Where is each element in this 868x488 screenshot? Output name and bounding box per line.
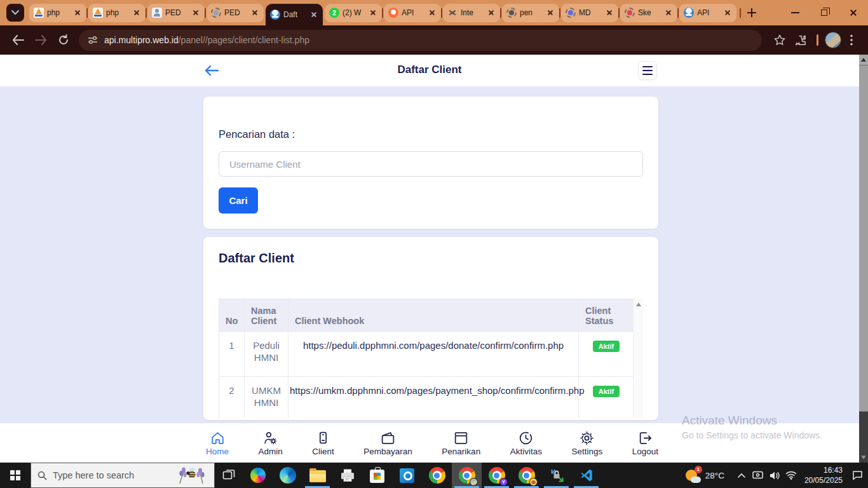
tab-search-button[interactable]	[6, 4, 24, 22]
taskbar-file-explorer-button[interactable]	[302, 463, 332, 488]
browser-tab-peduli-loading[interactable]: PED	[207, 4, 264, 22]
tab-close-icon[interactable]	[191, 8, 200, 17]
multipro-favicon	[684, 8, 694, 18]
profile-avatar[interactable]	[825, 32, 841, 48]
restore-icon	[821, 10, 827, 16]
scrollbar-thumb[interactable]	[859, 65, 868, 412]
browser-tab-phpmyadmin[interactable]: php	[29, 4, 86, 22]
tray-display-button[interactable]	[750, 463, 766, 488]
taskbar-chrome-active-button[interactable]	[452, 463, 482, 488]
taskbar-copilot-button[interactable]	[243, 463, 273, 488]
pinned-extension-icon[interactable]	[817, 34, 818, 46]
loading-spinner-icon	[211, 8, 221, 18]
browser-tab-md-loading[interactable]: MD	[561, 4, 618, 22]
tab-close-icon[interactable]	[546, 8, 555, 17]
logout-icon	[637, 430, 653, 446]
bookmark-star-button[interactable]	[770, 30, 790, 50]
taskbar-chrome-button[interactable]	[422, 463, 452, 488]
taskbar-search-box[interactable]: Type here to search	[31, 463, 215, 488]
browser-tab-phpmyadmin-2[interactable]: php	[88, 4, 146, 22]
taskbar-secure-transfer-button[interactable]	[541, 463, 571, 488]
taskbar-chrome-profile3-button[interactable]	[512, 463, 541, 488]
browser-tab-ske-loading[interactable]: Ske	[620, 4, 677, 22]
browser-tab-peduli[interactable]: PED	[147, 4, 205, 22]
taskbar-vscode-button[interactable]	[571, 463, 601, 488]
tab-close-icon[interactable]	[309, 10, 318, 19]
scroll-up-arrow[interactable]	[859, 55, 868, 65]
browser-menu-button[interactable]	[841, 30, 862, 50]
browser-forward-button[interactable]	[29, 29, 52, 51]
tab-close-icon[interactable]	[487, 8, 496, 17]
address-bar[interactable]: api.multipro.web.id/panel//pages/client/…	[79, 30, 762, 51]
gear-icon	[579, 430, 595, 446]
browser-tab-chatgpt[interactable]: Inte	[443, 4, 500, 22]
close-window-button[interactable]	[839, 0, 868, 25]
browser-tab-daftar-client-active[interactable]: Daft	[266, 4, 323, 25]
taskbar-printer-button[interactable]	[332, 463, 362, 488]
taskbar-chrome-profile2-button[interactable]: Y	[482, 463, 512, 488]
task-view-button[interactable]	[215, 463, 243, 488]
browser-tab-whatsapp[interactable]: 2 (2) W	[325, 4, 382, 22]
cari-button[interactable]: Cari	[219, 187, 258, 214]
username-client-input[interactable]	[219, 151, 643, 177]
tray-overflow-button[interactable]	[733, 463, 750, 488]
star-icon	[774, 34, 785, 46]
start-button[interactable]	[0, 463, 31, 488]
whatsapp-favicon: 2	[329, 8, 339, 18]
card-title: Daftar Client	[219, 251, 643, 266]
tab-close-icon[interactable]	[428, 8, 437, 17]
tab-list: php php PED PED Daft	[29, 0, 738, 25]
tray-wifi-button[interactable]	[783, 463, 799, 488]
browser-scrollbar[interactable]	[859, 55, 868, 463]
nav-item-pembayaran[interactable]: Pembayaran	[363, 430, 412, 456]
peduli-favicon	[152, 8, 162, 18]
nav-item-home[interactable]: Home	[206, 430, 229, 456]
browser-back-button[interactable]	[6, 29, 29, 51]
scroll-down-arrow[interactable]	[859, 452, 868, 463]
action-center-button[interactable]	[849, 463, 865, 488]
taskbar-tray: 1 28°C 16:43 20/05/2025	[685, 463, 868, 488]
browser-reload-button[interactable]	[52, 29, 75, 51]
col-no: No	[219, 299, 245, 332]
status-badge: Aktif	[593, 341, 620, 352]
browser-tab-api-multipro[interactable]: API	[679, 4, 736, 22]
loading-spinner-icon	[625, 8, 635, 18]
taskbar-clock[interactable]: 16:43 20/05/2025	[804, 465, 843, 485]
browser-tab-pen-loading[interactable]: pen	[502, 4, 559, 22]
page-menu-button[interactable]	[638, 61, 657, 80]
taskbar-outlook-button[interactable]	[392, 463, 422, 488]
tab-close-icon[interactable]	[132, 8, 141, 17]
weather-alert-badge: 1	[695, 466, 702, 473]
weather-widget[interactable]: 1 28°C	[685, 468, 724, 484]
nav-item-aktivitas[interactable]: Aktivitas	[510, 430, 542, 456]
loading-spinner-icon	[566, 8, 576, 18]
tray-volume-button[interactable]	[766, 463, 783, 488]
tab-close-icon[interactable]	[605, 8, 614, 17]
tab-close-icon[interactable]	[250, 8, 259, 17]
wifi-icon	[785, 471, 797, 480]
taskbar-edge-button[interactable]	[273, 463, 302, 488]
tab-close-icon[interactable]	[369, 8, 377, 17]
nav-item-admin[interactable]: Admin	[259, 430, 283, 456]
nav-item-logout[interactable]: Logout	[632, 430, 658, 456]
screen: php php PED PED Daft	[0, 0, 868, 488]
tab-close-icon[interactable]	[723, 8, 732, 17]
edge-icon	[280, 467, 296, 484]
table-scrollbar[interactable]	[633, 299, 643, 418]
extensions-button[interactable]	[790, 30, 810, 50]
nav-item-penarikan[interactable]: Penarikan	[442, 430, 480, 456]
restore-button[interactable]	[810, 0, 839, 25]
reload-icon	[58, 34, 69, 46]
nav-item-settings[interactable]: Settings	[571, 430, 602, 456]
new-tab-button[interactable]	[742, 3, 761, 22]
tab-close-icon[interactable]	[664, 8, 673, 17]
nav-item-client[interactable]: Client	[312, 430, 334, 456]
web-page: Daftar Client Pencarian data : Cari Daft…	[0, 55, 859, 463]
client-table-container: No Nama Client Client Webhook Client Sta…	[219, 299, 643, 418]
minimize-button[interactable]	[780, 0, 810, 25]
tab-close-icon[interactable]	[73, 8, 82, 17]
taskbar-store-button[interactable]	[362, 463, 392, 488]
browser-tab-api-postman[interactable]: API	[384, 4, 441, 22]
clock-time: 16:43	[804, 465, 843, 475]
status-badge: Aktif	[593, 386, 620, 397]
